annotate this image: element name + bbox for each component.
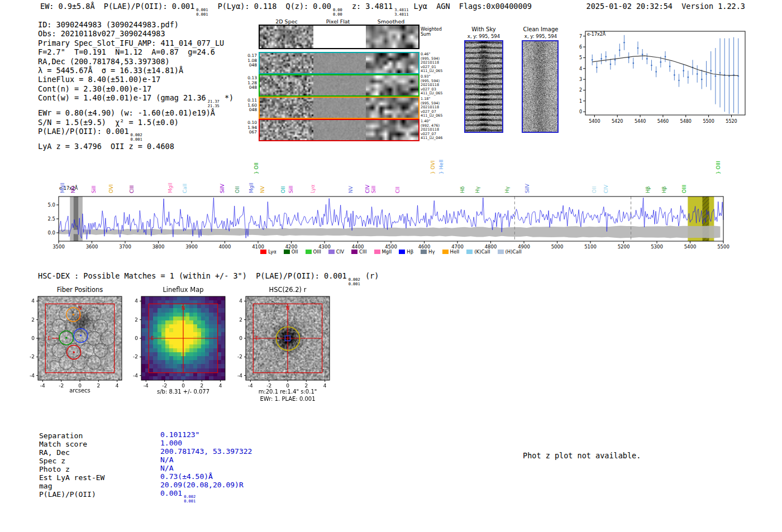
zoom-y-tick: 7 bbox=[579, 34, 582, 39]
info-line-3: Primary Spec_Slot_IFU_AMP: 411_014_077_L… bbox=[38, 39, 233, 47]
zoom-spectrum-plot: 012345675400542054405460548055005520e-17… bbox=[571, 25, 750, 133]
fiber-row-weights: 0.131.28048 bbox=[244, 76, 257, 90]
info-text: λ = 5445.67Å σ = 16.33(±14.81)Å bbox=[38, 66, 183, 75]
info-line-9: Cont(w) = 1.40(±0.01)e-17 (gmag 21.3621.… bbox=[38, 93, 233, 108]
hsc-plae-lower: 0.001 bbox=[349, 282, 360, 287]
emission-line-label: SiIV bbox=[220, 184, 225, 193]
match-value-text: N/A bbox=[160, 456, 173, 464]
emission-line-label: Hγ bbox=[504, 186, 510, 193]
match-row-label: Spec z bbox=[39, 457, 65, 466]
weighted-smoothed-image bbox=[366, 26, 418, 48]
spec2d-fiber-row bbox=[259, 52, 419, 74]
emission-line-label: Hβ bbox=[661, 186, 667, 193]
emission-line-label: SiII bbox=[371, 185, 376, 193]
match-value-text: 20.09(20.08,20.09)R bbox=[160, 481, 244, 489]
zoom-x-tick: 5500 bbox=[703, 119, 714, 124]
cutout-x-tick: -4 bbox=[144, 383, 149, 389]
info-line-7: LineFlux = 8.40(±51.00)e-17 bbox=[38, 75, 233, 84]
zoom-y-tick: 0 bbox=[579, 109, 582, 114]
zoom-x-tick: 5460 bbox=[657, 119, 669, 124]
cutout-y-tick: 2 bbox=[31, 317, 35, 323]
fiber-info-text: 411_LU_065 bbox=[421, 69, 442, 74]
legend-item-hcaii: (H)CaII bbox=[498, 249, 522, 255]
stacked-uncertainty: 21.3721.35 bbox=[208, 100, 220, 108]
fiber-smoothed-image bbox=[366, 120, 418, 140]
emission-line-label: OII bbox=[280, 186, 286, 193]
info-line-2: Obs: 20210118v027_3090244983 bbox=[38, 29, 233, 38]
cutout-y-tick: 2 bbox=[135, 317, 138, 323]
legend-item-oiii: OIII bbox=[306, 249, 321, 255]
zoom-y-axis-label: e-17x2Å bbox=[587, 31, 606, 37]
match-value-text: 0.73(±4.50)Å bbox=[160, 472, 213, 481]
fiber-info-text: 411_LU_065 bbox=[421, 92, 442, 96]
cutout-y-tick: -2 bbox=[237, 354, 242, 360]
emission-line-label: Lyα bbox=[310, 185, 316, 193]
legend-label: (K)CaII bbox=[474, 249, 490, 255]
legend-swatch bbox=[260, 250, 266, 254]
fiber-pixel-flat-image bbox=[313, 75, 366, 95]
qz-lower: 0.00 bbox=[333, 13, 342, 17]
cutout-x-tick: -4 bbox=[248, 383, 253, 389]
emission-line-label: Hβ bbox=[645, 186, 651, 193]
fiber-smoothed-image bbox=[366, 53, 418, 73]
match-row-value: 0.0010.0020.001 bbox=[160, 489, 196, 504]
legend-item-oii: OII bbox=[284, 249, 298, 255]
elixer-detection-report: EW: 0.9±5.8Å P(LAE)/P(OII): 0.0010.0010.… bbox=[0, 0, 782, 532]
weighted-2d-spec-image bbox=[260, 26, 313, 48]
info-text: *) bbox=[220, 93, 233, 102]
cutout-x-tick: 4 bbox=[323, 383, 327, 389]
zoom-y-tick: 4 bbox=[579, 66, 582, 71]
fiber-xlabel: arcsecs bbox=[27, 387, 133, 394]
emission-line-label: NV bbox=[260, 186, 265, 193]
stacked-uncertainty: 0.0020.001 bbox=[131, 133, 142, 142]
clean-image bbox=[523, 41, 557, 132]
match-row-label: mag bbox=[39, 482, 52, 491]
fiber-smoothed-image bbox=[366, 98, 418, 118]
spec2d-fiber-row bbox=[259, 97, 419, 119]
fiber-info-text: 411_LU_065 bbox=[421, 114, 442, 118]
legend-item-h: Hβ bbox=[399, 249, 413, 255]
cutout-y-tick: -2 bbox=[30, 354, 35, 360]
emission-line-label: Hγ bbox=[475, 186, 480, 193]
fiber-row-info: 0.93"(995, 594)20210118v027_03411_LU_065 bbox=[421, 75, 442, 96]
legend-item-ciii: CIII bbox=[351, 249, 366, 255]
cutout-x-tick: 4 bbox=[219, 383, 222, 389]
spectrum-legend: LyαOIIOIIICIVCIIIMgIIHβHγHeII(K)CaII(H)C… bbox=[34, 249, 748, 255]
legend-swatch bbox=[306, 250, 312, 254]
hsc-match-band: (r) bbox=[361, 271, 379, 280]
with-sky-coords: x, y: 995, 594 bbox=[460, 33, 507, 39]
cutout-y-tick: -4 bbox=[30, 373, 35, 378]
spectrum-y-tick: 2.5 bbox=[47, 216, 55, 222]
timestamp-version: 2025-01-02 20:32:54 Version 1.22.3 bbox=[586, 2, 745, 11]
compass-east-label: E bbox=[47, 336, 51, 341]
legend-swatch bbox=[421, 250, 427, 254]
emission-line-label: OIII bbox=[681, 185, 687, 193]
info-line-6: λ = 5445.67Å σ = 16.33(±14.81)Å bbox=[38, 66, 233, 75]
zoom-plot-frame bbox=[585, 31, 745, 115]
cutout-y-tick: 4 bbox=[239, 298, 242, 304]
cutout-x-tick: -2 bbox=[266, 383, 271, 389]
fiber-info-text: 411_LU_046 bbox=[421, 136, 442, 141]
weighted-sum-label: WeightedSum bbox=[421, 27, 442, 37]
spectrum-y-tick: 5.0 bbox=[47, 202, 55, 208]
cutout-x-tick: 0 bbox=[182, 383, 185, 389]
fiber-weight: 048 bbox=[244, 63, 257, 68]
legend-label: CIV bbox=[336, 249, 344, 255]
match-row-label: Est LyA rest-EW bbox=[39, 473, 104, 482]
emission-line-label: } OIII bbox=[716, 161, 721, 174]
match-row-label: Match score bbox=[39, 440, 87, 449]
zoom-y-tick: 6 bbox=[579, 45, 582, 50]
spec2d-fiber-row bbox=[259, 74, 419, 97]
zoom-y-tick: 3 bbox=[579, 77, 582, 82]
info-line-4: F=2.7" T=0.191 N=1.12 A=0.87 g=24.6 bbox=[38, 47, 233, 56]
hsc-plae-uncertainty: 0.0020.001 bbox=[349, 278, 360, 286]
cutout-y-tick: 4 bbox=[31, 298, 35, 304]
cutout-y-tick: 0 bbox=[31, 336, 35, 341]
header-plya-qz: P(Lyα): 0.118 Q(z): 0.00 bbox=[208, 2, 331, 11]
fiber-pixel-flat-image bbox=[313, 53, 366, 73]
match-row-value: 0.101123" bbox=[160, 430, 199, 439]
emission-line-label: OII bbox=[235, 186, 240, 193]
emission-line-label: CIV bbox=[603, 185, 609, 193]
fiber-row-weights: 0.171.08048 bbox=[244, 54, 257, 68]
fiber-weight: 067 bbox=[244, 130, 257, 135]
